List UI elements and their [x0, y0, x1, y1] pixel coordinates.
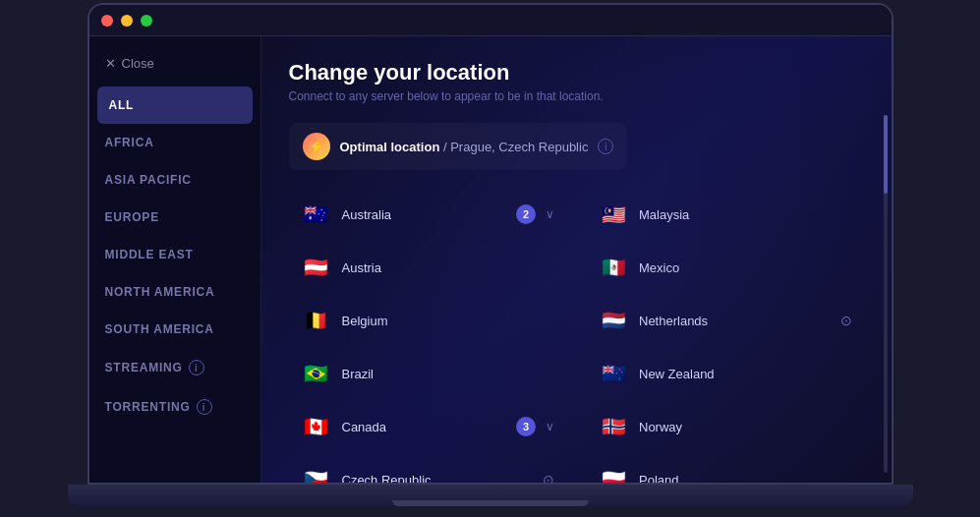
server-badge-australia: 2	[516, 204, 536, 224]
sidebar-item-north-america[interactable]: NORTH AMERICA	[89, 273, 260, 311]
sidebar-item-south-america-label: SOUTH AMERICA	[105, 322, 214, 336]
scrollbar-thumb[interactable]	[884, 115, 888, 194]
country-item-belgium[interactable]: 🇧🇪 Belgium	[289, 296, 567, 345]
flag-new-zealand: 🇳🇿	[598, 358, 629, 389]
country-name-austria: Austria	[342, 260, 555, 275]
minimize-dot[interactable]	[121, 15, 133, 27]
sidebar-item-asia-pacific-label: ASIA PACIFIC	[105, 173, 192, 187]
country-name-canada: Canada	[342, 420, 507, 434]
scrollbar[interactable]	[884, 115, 888, 473]
sidebar-item-africa-label: AFRICA	[105, 136, 154, 149]
flag-mexico: 🇲🇽	[598, 252, 629, 283]
sidebar-item-all-label: ALL	[109, 98, 135, 112]
download-icon-netherlands[interactable]: ⊙	[840, 313, 852, 328]
country-item-mexico[interactable]: 🇲🇽 Mexico	[586, 243, 864, 292]
main-content: Change your location Connect to any serv…	[261, 36, 892, 483]
optimal-info-icon[interactable]: i	[598, 139, 613, 154]
country-item-australia[interactable]: 🇦🇺 Australia 2 ∨	[289, 190, 567, 239]
sidebar-item-south-america[interactable]: SOUTH AMERICA	[89, 311, 260, 348]
flag-netherlands: 🇳🇱	[598, 305, 629, 336]
flag-czech-republic: 🇨🇿	[301, 464, 332, 483]
country-item-czech-republic[interactable]: 🇨🇿 Czech Republic ⊙	[289, 455, 567, 483]
sidebar-item-asia-pacific[interactable]: ASIA PACIFIC	[89, 161, 260, 199]
sidebar-item-streaming-label: STREAMING	[105, 361, 183, 374]
expand-icon-canada[interactable]: ∨	[546, 420, 554, 433]
close-button[interactable]: ✕ Close	[89, 52, 260, 86]
laptop-wrapper: ✕ Close ALL AFRICA ASIA PACIFIC EUROPE M…	[68, 3, 913, 514]
flag-norway: 🇳🇴	[598, 411, 629, 442]
sidebar: ✕ Close ALL AFRICA ASIA PACIFIC EUROPE M…	[89, 36, 261, 483]
optimal-location-row[interactable]: ⚡ Optimal location / Prague, Czech Repub…	[289, 123, 628, 170]
close-label: Close	[122, 56, 154, 71]
flag-austria: 🇦🇹	[301, 252, 332, 283]
country-item-poland[interactable]: 🇵🇱 Poland	[586, 455, 864, 483]
optimal-location-value: Prague, Czech Republic	[450, 140, 588, 154]
flag-poland: 🇵🇱	[598, 464, 629, 483]
torrenting-info-icon[interactable]: i	[197, 399, 212, 415]
streaming-info-icon[interactable]: i	[189, 360, 204, 375]
sidebar-item-europe[interactable]: EUROPE	[89, 199, 260, 236]
flag-belgium: 🇧🇪	[301, 305, 332, 336]
country-name-mexico: Mexico	[639, 260, 852, 275]
country-item-brazil[interactable]: 🇧🇷 Brazil	[289, 349, 567, 398]
close-x-icon: ✕	[105, 56, 116, 71]
country-item-norway[interactable]: 🇳🇴 Norway	[586, 402, 864, 451]
country-name-belgium: Belgium	[342, 314, 555, 328]
sidebar-item-torrenting-label: TORRENTING	[105, 400, 191, 414]
country-item-new-zealand[interactable]: 🇳🇿 New Zealand	[586, 349, 864, 398]
country-name-poland: Poland	[639, 473, 852, 484]
sidebar-item-middle-east-label: MIDDLE EAST	[105, 248, 194, 261]
country-item-malaysia[interactable]: 🇲🇾 Malaysia	[586, 190, 864, 239]
optimal-location-icon: ⚡	[303, 133, 330, 160]
laptop-base	[68, 485, 913, 506]
download-icon-czech-republic[interactable]: ⊙	[543, 472, 554, 483]
sidebar-item-torrenting[interactable]: TORRENTING i	[89, 387, 260, 427]
sidebar-item-africa[interactable]: AFRICA	[89, 124, 260, 161]
optimal-label: Optimal location	[340, 140, 440, 154]
optimal-location-text: Optimal location / Prague, Czech Republi…	[340, 140, 589, 154]
close-dot[interactable]	[101, 15, 113, 27]
countries-grid: 🇦🇺 Australia 2 ∨ 🇲🇾 Malaysia 🇦🇹 Austria	[289, 190, 864, 483]
sidebar-item-north-america-label: NORTH AMERICA	[105, 285, 215, 299]
page-title: Change your location	[289, 60, 864, 86]
flag-malaysia: 🇲🇾	[598, 199, 629, 230]
country-name-norway: Norway	[639, 420, 852, 434]
country-item-canada[interactable]: 🇨🇦 Canada 3 ∨	[289, 402, 567, 451]
titlebar	[89, 5, 892, 36]
page-subtitle: Connect to any server below to appear to…	[289, 89, 864, 103]
country-name-australia: Australia	[342, 207, 507, 222]
sidebar-item-europe-label: EUROPE	[105, 210, 159, 224]
country-name-netherlands: Netherlands	[639, 314, 831, 328]
app-container: ✕ Close ALL AFRICA ASIA PACIFIC EUROPE M…	[89, 36, 892, 483]
maximize-dot[interactable]	[141, 15, 152, 27]
sidebar-item-middle-east[interactable]: MIDDLE EAST	[89, 236, 260, 273]
country-name-brazil: Brazil	[342, 367, 555, 381]
laptop-screen: ✕ Close ALL AFRICA ASIA PACIFIC EUROPE M…	[87, 3, 894, 485]
country-name-malaysia: Malaysia	[639, 207, 852, 222]
sidebar-item-streaming[interactable]: STREAMING i	[89, 348, 260, 387]
flag-brazil: 🇧🇷	[301, 358, 332, 389]
flag-canada: 🇨🇦	[301, 411, 332, 442]
flag-australia: 🇦🇺	[301, 199, 332, 230]
country-item-austria[interactable]: 🇦🇹 Austria	[289, 243, 567, 292]
expand-icon-australia[interactable]: ∨	[546, 207, 554, 221]
sidebar-item-all[interactable]: ALL	[97, 86, 253, 124]
country-name-new-zealand: New Zealand	[639, 367, 852, 381]
country-item-netherlands[interactable]: 🇳🇱 Netherlands ⊙	[586, 296, 864, 345]
server-badge-canada: 3	[516, 417, 536, 436]
country-name-czech-republic: Czech Republic	[342, 473, 534, 484]
